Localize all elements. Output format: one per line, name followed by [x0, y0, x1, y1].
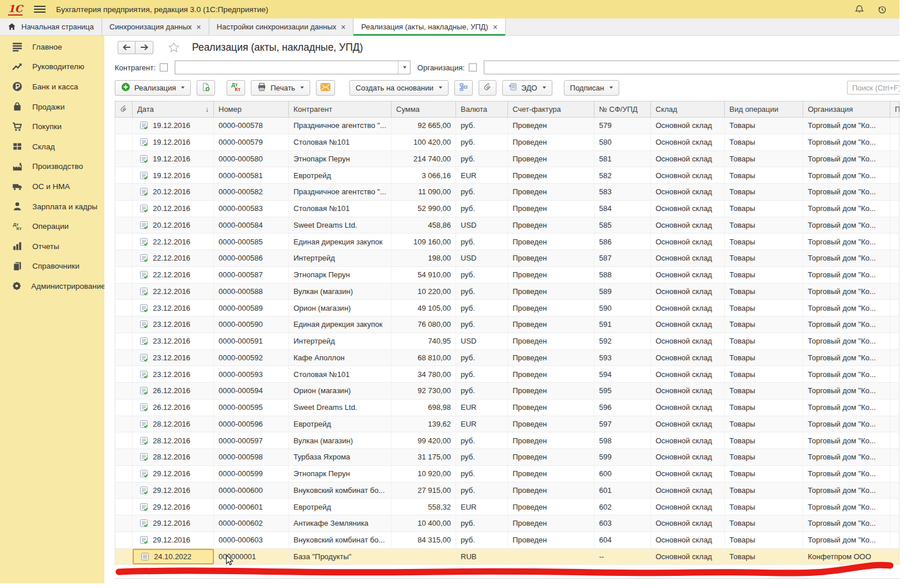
cell-sf[interactable]: -- — [594, 549, 651, 565]
cell-wh[interactable]: Основной склад — [651, 532, 725, 548]
tab-0[interactable]: Начальная страница — [0, 18, 102, 35]
cell-sf[interactable]: 588 — [594, 267, 651, 283]
cell-inv[interactable]: Проведен — [508, 233, 594, 250]
cell-sum[interactable]: 84 315,00 — [391, 532, 456, 548]
cell-attach[interactable] — [115, 416, 133, 432]
search-input[interactable] — [847, 81, 899, 95]
kontragent-input[interactable] — [175, 61, 411, 74]
cell-num[interactable]: 0000-000596 — [214, 416, 289, 432]
cell-num[interactable]: 0000-000579 — [214, 134, 289, 150]
cell-extra[interactable] — [890, 167, 899, 183]
cell-sf[interactable]: 592 — [594, 333, 651, 349]
cell-date[interactable]: 23.12.2016 — [133, 300, 214, 316]
cell-inv[interactable]: Проведен — [508, 366, 594, 382]
cell-wh[interactable]: Основной склад — [651, 366, 725, 382]
tab-close-icon[interactable]: × — [197, 23, 201, 31]
cell-sf[interactable]: 603 — [594, 515, 651, 532]
cell-partner[interactable]: Евротрейд — [289, 416, 391, 432]
sidebar-item-gear[interactable]: Администрирование — [0, 276, 104, 296]
cell-extra[interactable] — [890, 151, 899, 167]
cell-attach[interactable] — [115, 300, 133, 316]
cell-sum[interactable]: 54 910,00 — [391, 267, 456, 283]
cell-org[interactable]: Торговый дом "Ко... — [803, 316, 890, 333]
cell-org[interactable]: Торговый дом "Ко... — [803, 118, 890, 134]
cell-sf[interactable]: 591 — [594, 316, 651, 333]
cell-cur[interactable]: руб. — [456, 284, 508, 300]
sidebar-item-dtkt[interactable]: ДтКтОперации — [0, 216, 104, 236]
cell-wh[interactable]: Основной склад — [651, 151, 725, 167]
sidebar-item-trend[interactable]: Руководителю — [0, 57, 104, 77]
cell-partner[interactable]: Столовая №101 — [289, 201, 391, 217]
cell-attach[interactable] — [115, 449, 133, 465]
table-row[interactable]: 29.12.20160000-000601Евротрейд558,32EURП… — [115, 499, 899, 515]
cell-wh[interactable]: Основной склад — [651, 416, 725, 432]
cell-num[interactable]: 0000-000598 — [214, 449, 289, 465]
cell-partner[interactable]: Вулкан (магазин) — [289, 284, 391, 300]
cell-cur[interactable]: EUR — [456, 167, 508, 183]
column-warehouse[interactable]: Склад — [651, 101, 725, 117]
column-organization[interactable]: Организация — [803, 101, 890, 117]
cell-sf[interactable]: 589 — [594, 284, 651, 300]
notifications-bell-icon[interactable] — [854, 5, 864, 14]
cell-partner[interactable]: Кафе Аполлон — [289, 350, 391, 366]
cell-inv[interactable] — [508, 549, 594, 565]
cell-extra[interactable] — [890, 366, 899, 382]
cell-op[interactable]: Товары — [725, 151, 803, 167]
cell-cur[interactable]: руб. — [456, 515, 508, 532]
cell-op[interactable]: Товары — [725, 184, 803, 200]
table-row[interactable]: 23.12.20160000-000593Столовая №10134 780… — [115, 366, 899, 383]
cell-inv[interactable]: Проведен — [508, 284, 594, 300]
cell-date[interactable]: 29.12.2016 — [133, 515, 214, 532]
tab-3[interactable]: Реализация (акты, накладные, УПД)× — [353, 18, 505, 35]
cell-inv[interactable]: Проведен — [508, 483, 594, 499]
column-cut[interactable]: П — [890, 101, 899, 117]
cell-op[interactable]: Товары — [725, 167, 803, 183]
cell-extra[interactable] — [890, 466, 899, 482]
cell-partner[interactable]: Интертрейд — [289, 333, 391, 349]
cell-date[interactable]: 29.12.2016 — [133, 532, 214, 548]
cell-inv[interactable]: Проведен — [508, 118, 594, 134]
cell-wh[interactable]: Основной склад — [651, 432, 725, 448]
cell-sum[interactable]: 100 420,00 — [391, 134, 456, 150]
cell-num[interactable]: 000000001 — [214, 549, 289, 565]
copy-document-button[interactable] — [197, 80, 215, 96]
cell-extra[interactable] — [890, 118, 899, 134]
column-kontragent[interactable]: Контрагент — [289, 101, 391, 117]
org-checkbox[interactable] — [469, 63, 477, 71]
cell-inv[interactable]: Проведен — [508, 532, 594, 548]
cell-attach[interactable] — [115, 284, 133, 300]
cell-org[interactable]: Конфетпром ООО — [803, 549, 890, 565]
cell-date[interactable]: 19.12.2016 — [133, 167, 214, 183]
cell-wh[interactable]: Основной склад — [651, 284, 725, 300]
email-button[interactable] — [316, 80, 335, 96]
cell-date[interactable]: 29.12.2016 — [133, 499, 214, 515]
cell-sum[interactable]: 458,86 — [391, 217, 456, 233]
tab-close-icon[interactable]: × — [341, 23, 345, 31]
cell-attach[interactable] — [115, 366, 133, 382]
cell-op[interactable]: Товары — [725, 466, 803, 482]
cell-date[interactable]: 19.12.2016 — [133, 134, 214, 150]
cell-inv[interactable]: Проведен — [508, 184, 594, 200]
cell-cur[interactable]: руб. — [456, 383, 508, 399]
cell-op[interactable]: Товары — [725, 201, 803, 217]
cell-org[interactable]: Торговый дом "Ко... — [803, 432, 890, 448]
sidebar-item-truck[interactable]: ОС и НМА — [0, 176, 104, 197]
cell-attach[interactable] — [115, 167, 133, 183]
cell-inv[interactable]: Проведен — [508, 316, 594, 333]
cell-inv[interactable]: Проведен — [508, 416, 594, 432]
column-currency[interactable]: Валюта — [456, 101, 508, 117]
cell-cur[interactable]: руб. — [456, 300, 508, 316]
cell-inv[interactable]: Проведен — [508, 250, 594, 266]
cell-wh[interactable]: Основной склад — [651, 233, 725, 250]
cell-cur[interactable]: USD — [456, 217, 508, 233]
table-row[interactable]: 26.12.20160000-000594Орион (магазин)92 7… — [115, 383, 899, 399]
cell-attach[interactable] — [115, 151, 133, 167]
cell-org[interactable]: Торговый дом "Ко... — [803, 167, 890, 183]
cell-op[interactable]: Товары — [725, 316, 803, 333]
cell-cur[interactable]: EUR — [456, 416, 508, 432]
cell-wh[interactable]: Основной склад — [651, 201, 725, 217]
column-date[interactable]: Дата↓ — [133, 101, 214, 117]
cell-org[interactable]: Торговый дом "Ко... — [803, 466, 890, 482]
cell-extra[interactable] — [890, 499, 899, 515]
sidebar-item-ruble[interactable]: Банк и касса — [0, 77, 104, 97]
